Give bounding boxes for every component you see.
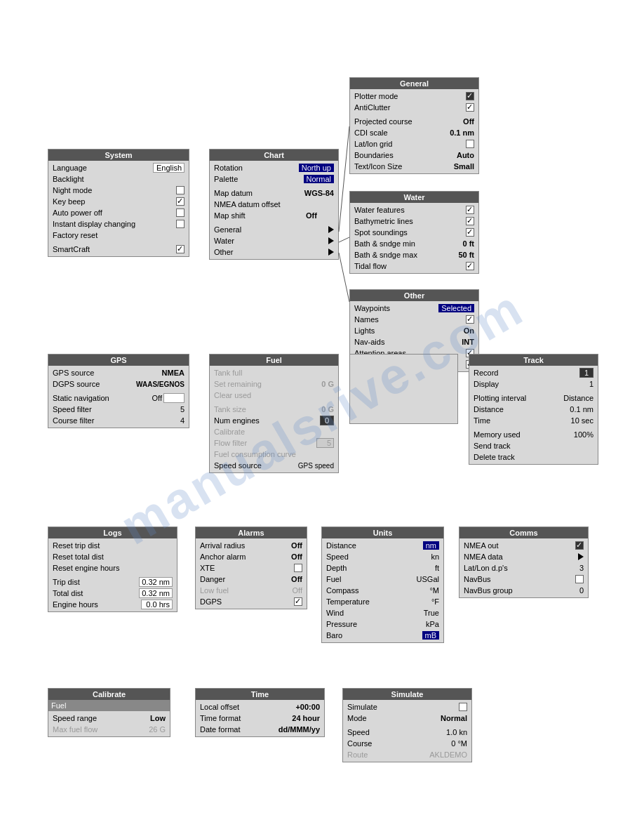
gps-source-row[interactable]: GPS source NMEA bbox=[51, 367, 186, 378]
chart-mapshift-row[interactable]: Map shift Off bbox=[213, 210, 335, 221]
units-distance-row[interactable]: Distance nm bbox=[325, 540, 441, 551]
system-language-row[interactable]: Language English bbox=[51, 162, 186, 173]
general-plottermode-checkbox[interactable] bbox=[466, 92, 474, 100]
simulate-speed-row[interactable]: Speed 1.0 kn bbox=[346, 727, 469, 738]
fuel-numengines-row[interactable]: Num engines 0 bbox=[213, 415, 335, 426]
fuel-flowfilter-row[interactable]: Flow filter 5 bbox=[213, 437, 335, 449]
chart-other-row[interactable]: Other bbox=[213, 246, 335, 258]
water-bathmax-row[interactable]: Bath & sndge max 50 ft bbox=[353, 249, 476, 260]
general-cdiscale-row[interactable]: CDI scale 0.1 nm bbox=[353, 127, 476, 138]
time-dateformat-row[interactable]: Date format dd/MMM/yy bbox=[199, 724, 321, 735]
water-tidalflow-checkbox[interactable] bbox=[466, 262, 474, 270]
other-navaids-row[interactable]: Nav-aids INT bbox=[353, 336, 476, 348]
track-display-row[interactable]: Display 1 bbox=[472, 378, 595, 390]
other-lights-row[interactable]: Lights On bbox=[353, 325, 476, 336]
other-names-row[interactable]: Names bbox=[353, 314, 476, 325]
chart-water-row[interactable]: Water bbox=[213, 235, 335, 246]
simulate-route-row[interactable]: Route AKLDEMO bbox=[346, 749, 469, 760]
track-distance-row[interactable]: Distance 0.1 nm bbox=[472, 404, 595, 415]
gps-speedfilter-row[interactable]: Speed filter 5 bbox=[51, 404, 186, 415]
general-texticonsize-row[interactable]: Text/Icon Size Small bbox=[353, 161, 476, 172]
fuel-tankfull-row[interactable]: Tank full bbox=[213, 367, 335, 378]
alarms-anchoralarm-row[interactable]: Anchor alarm Off bbox=[199, 551, 304, 562]
units-wind-row[interactable]: Wind True bbox=[325, 607, 441, 618]
fuel-setremaining-row[interactable]: Set remaining 0 G bbox=[213, 378, 335, 390]
system-autopoweroff-row[interactable]: Auto power off bbox=[51, 207, 186, 218]
water-spotsoundings-row[interactable]: Spot soundings bbox=[353, 227, 476, 238]
general-anticlutter-checkbox[interactable] bbox=[466, 103, 474, 112]
track-sendtrack-row[interactable]: Send track bbox=[472, 440, 595, 451]
time-timeformat-row[interactable]: Time format 24 hour bbox=[199, 713, 321, 724]
chart-nmeadatum-row[interactable]: NMEA datum offset bbox=[213, 199, 335, 210]
units-compass-row[interactable]: Compass °M bbox=[325, 585, 441, 596]
comms-nmeaout-checkbox[interactable] bbox=[575, 541, 584, 550]
time-localoffset-row[interactable]: Local offset +00:00 bbox=[199, 701, 321, 713]
alarms-danger-row[interactable]: Danger Off bbox=[199, 574, 304, 585]
water-features-row[interactable]: Water features bbox=[353, 204, 476, 216]
water-spotsoundings-checkbox[interactable] bbox=[466, 228, 474, 237]
calibrate-maxfuelflow-row[interactable]: Max fuel flow 26 G bbox=[51, 724, 167, 735]
system-smartcraft-checkbox[interactable] bbox=[176, 245, 185, 253]
units-temperature-row[interactable]: Temperature °F bbox=[325, 596, 441, 607]
calibrate-speedrange-row[interactable]: Speed range Low bbox=[51, 713, 167, 724]
track-deletetrack-row[interactable]: Delete track bbox=[472, 451, 595, 463]
other-names-checkbox[interactable] bbox=[466, 315, 474, 324]
simulate-mode-row[interactable]: Mode Normal bbox=[346, 713, 469, 724]
system-nightmode-checkbox[interactable] bbox=[176, 186, 185, 194]
units-baro-row[interactable]: Baro mB bbox=[325, 630, 441, 641]
units-speed-row[interactable]: Speed kn bbox=[325, 551, 441, 562]
system-backlight-row[interactable]: Backlight bbox=[51, 173, 186, 185]
comms-nmeaout-row[interactable]: NMEA out bbox=[462, 540, 585, 551]
track-memoryused-row[interactable]: Memory used 100% bbox=[472, 429, 595, 440]
system-instantdisplay-checkbox[interactable] bbox=[176, 220, 185, 228]
alarms-xte-checkbox[interactable] bbox=[294, 564, 302, 572]
simulate-course-row[interactable]: Course 0 °M bbox=[346, 738, 469, 749]
chart-rotation-row[interactable]: Rotation North up bbox=[213, 162, 335, 173]
alarms-lowfuel-row[interactable]: Low fuel Off bbox=[199, 585, 304, 596]
general-projectedcourse-row[interactable]: Projected course Off bbox=[353, 116, 476, 127]
gps-coursefilter-row[interactable]: Course filter 4 bbox=[51, 415, 186, 426]
alarms-dgps-checkbox[interactable] bbox=[294, 597, 302, 606]
general-anticlutter-row[interactable]: AntiClutter bbox=[353, 102, 476, 113]
comms-navbus-row[interactable]: NavBus bbox=[462, 574, 585, 585]
alarms-arrivalradius-row[interactable]: Arrival radius Off bbox=[199, 540, 304, 551]
water-features-checkbox[interactable] bbox=[466, 206, 474, 214]
comms-navbusgroup-row[interactable]: NavBus group 0 bbox=[462, 585, 585, 596]
fuel-calibrate-row[interactable]: Calibrate bbox=[213, 426, 335, 437]
fuel-tanksize-row[interactable]: Tank size 0 G bbox=[213, 404, 335, 415]
fuel-clearused-row[interactable]: Clear used bbox=[213, 390, 335, 401]
gps-staticnav-row[interactable]: Static navigation Off bbox=[51, 392, 186, 404]
track-plottinginterval-row[interactable]: Plotting interval Distance bbox=[472, 392, 595, 404]
logs-resetenginehours-row[interactable]: Reset engine hours bbox=[51, 562, 174, 574]
system-keybeep-row[interactable]: Key beep bbox=[51, 196, 186, 207]
general-plottermode-row[interactable]: Plotter mode bbox=[353, 91, 476, 102]
water-bathymetric-row[interactable]: Bathymetric lines bbox=[353, 216, 476, 227]
comms-nmeadata-row[interactable]: NMEA data bbox=[462, 551, 585, 562]
logs-enginehours-row[interactable]: Engine hours 0.0 hrs bbox=[51, 599, 174, 610]
track-record-row[interactable]: Record 1 bbox=[472, 367, 595, 378]
system-nightmode-row[interactable]: Night mode bbox=[51, 185, 186, 196]
logs-resettripdist-row[interactable]: Reset trip dist bbox=[51, 540, 174, 551]
chart-palette-row[interactable]: Palette Normal bbox=[213, 173, 335, 185]
simulate-simulate-row[interactable]: Simulate bbox=[346, 701, 469, 713]
system-keybeep-checkbox[interactable] bbox=[176, 197, 185, 206]
system-factoryreset-row[interactable]: Factory reset bbox=[51, 230, 186, 241]
units-fuel-row[interactable]: Fuel USGal bbox=[325, 574, 441, 585]
units-depth-row[interactable]: Depth ft bbox=[325, 562, 441, 574]
general-latlong-row[interactable]: Lat/lon grid bbox=[353, 138, 476, 150]
fuel-speedsource-row[interactable]: Speed source GPS speed bbox=[213, 460, 335, 471]
other-waypoints-row[interactable]: Waypoints Selected bbox=[353, 303, 476, 314]
logs-resettotaldist-row[interactable]: Reset total dist bbox=[51, 551, 174, 562]
logs-totaldist-row[interactable]: Total dist 0.32 nm bbox=[51, 588, 174, 599]
general-boundaries-row[interactable]: Boundaries Auto bbox=[353, 150, 476, 161]
system-smartcraft-row[interactable]: SmartCraft bbox=[51, 244, 186, 255]
alarms-dgps-row[interactable]: DGPS bbox=[199, 596, 304, 607]
alarms-xte-row[interactable]: XTE bbox=[199, 562, 304, 574]
fuel-consumptioncurve-row[interactable]: Fuel consumption curve bbox=[213, 449, 335, 460]
gps-dgpssource-row[interactable]: DGPS source WAAS/EGNOS bbox=[51, 378, 186, 390]
water-bathmin-row[interactable]: Bath & sndge min 0 ft bbox=[353, 238, 476, 249]
general-latlong-checkbox[interactable] bbox=[466, 140, 474, 148]
simulate-simulate-checkbox[interactable] bbox=[459, 703, 467, 711]
system-autopoweroff-checkbox[interactable] bbox=[176, 208, 185, 217]
units-pressure-row[interactable]: Pressure kPa bbox=[325, 618, 441, 630]
